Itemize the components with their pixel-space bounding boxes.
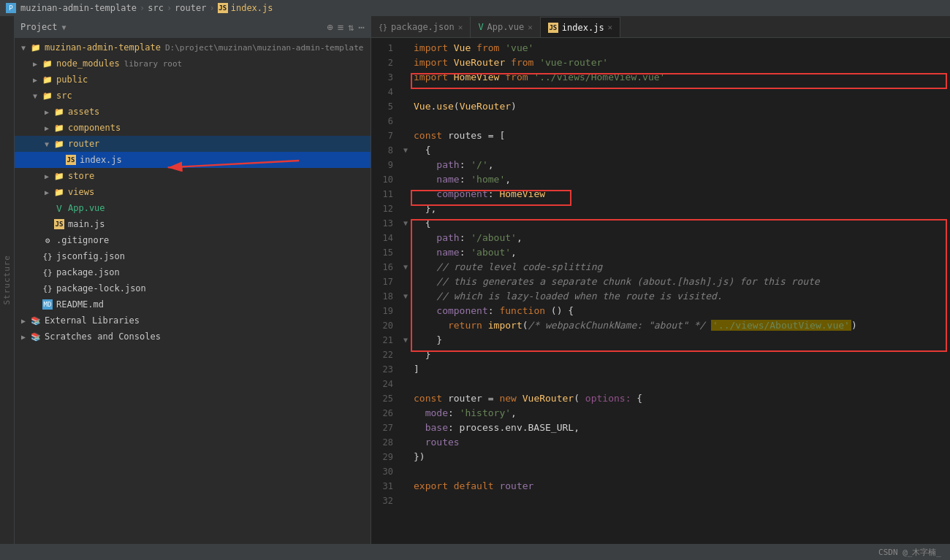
line-number-17: 17: [371, 275, 400, 289]
arrow-components[interactable]: ▶: [41, 124, 53, 132]
line-number-25: 25: [371, 391, 400, 406]
code-text-10: name: 'home',: [411, 172, 950, 187]
code-line-14: 14 path: '/about',: [371, 231, 950, 245]
code-line-22: 22 }: [371, 348, 950, 362]
tree-item-assets[interactable]: ▶📁assets: [15, 104, 370, 120]
arrow-router[interactable]: ▼: [41, 140, 53, 148]
tree-item-package_json[interactable]: {}package.json: [15, 264, 370, 280]
line-number-14: 14: [371, 231, 400, 245]
code-text-19: component: function () {: [411, 304, 950, 318]
tree-item-node_modules[interactable]: ▶📁node_moduleslibrary root: [15, 55, 370, 72]
line-number-11: 11: [371, 187, 400, 202]
code-text-9: path: '/',: [411, 158, 950, 172]
tree-label-router: router: [68, 139, 99, 149]
json-icon-package_lock: {}: [41, 282, 54, 295]
arrow-views[interactable]: ▶: [41, 188, 53, 196]
folder-icon-root: 📁: [29, 41, 42, 54]
code-text-29: }): [411, 450, 950, 464]
code-line-20: 20 return import(/* webpackChunkName: "a…: [371, 318, 950, 333]
line-number-3: 3: [371, 70, 400, 85]
code-text-5: Vue.use(VueRouter): [411, 99, 950, 114]
editor-content[interactable]: 1import Vue from 'vue'2import VueRouter …: [371, 38, 950, 544]
tree-label-main_js: main.js: [68, 219, 105, 229]
tree-item-jsconfig[interactable]: {}jsconfig.json: [15, 248, 370, 264]
tree-label-readme: README.md: [56, 299, 104, 310]
tree-item-public[interactable]: ▶📁public: [15, 72, 370, 88]
code-line-16: 16▼ // route level code-splitting: [371, 260, 950, 275]
sort-icon[interactable]: ⇅: [348, 21, 354, 33]
project-dropdown-arrow[interactable]: ▼: [62, 23, 66, 31]
arrow-scratches[interactable]: ▶: [18, 333, 29, 341]
code-text-8: {: [411, 143, 950, 158]
tree-item-store[interactable]: ▶📁store: [15, 168, 370, 184]
json-icon-package_json: {}: [41, 266, 54, 279]
fold-icon-8[interactable]: ▼: [400, 143, 411, 158]
tree-item-views[interactable]: ▶📁views: [15, 184, 370, 200]
fold-icon-18[interactable]: ▼: [400, 289, 411, 304]
tree-item-package_lock[interactable]: {}package-lock.json: [15, 280, 370, 296]
tree-item-components[interactable]: ▶📁components: [15, 120, 370, 136]
arrow-ext_libs[interactable]: ▶: [18, 317, 29, 325]
fold-icon-13[interactable]: ▼: [400, 216, 411, 231]
tree-label-src: src: [56, 91, 72, 101]
arrow-assets[interactable]: ▶: [41, 108, 53, 116]
sidebar-header-icons: ⊕ ≡ ⇅ ⋯: [327, 21, 365, 33]
line-number-19: 19: [371, 304, 400, 318]
code-text-1: import Vue from 'vue': [411, 41, 950, 55]
breadcrumb-router: router: [175, 3, 206, 13]
tree-item-router[interactable]: ▼📁router: [15, 136, 370, 152]
tree-item-readme[interactable]: MDREADME.md: [15, 296, 370, 312]
arrow-public[interactable]: ▶: [29, 76, 41, 84]
folder-icon-src: 📁: [41, 89, 54, 102]
tree-label-app_vue: App.vue: [68, 203, 105, 213]
line-number-27: 27: [371, 421, 400, 435]
tab-close-app_vue[interactable]: ✕: [528, 23, 533, 32]
code-line-27: 27 base: process.env.BASE_URL,: [371, 421, 950, 435]
arrow-src[interactable]: ▼: [29, 92, 41, 100]
tree-item-root[interactable]: ▼📁muzinan-admin-templateD:\project\muzin…: [15, 39, 370, 55]
tree-secondary-node_modules: library root: [124, 59, 182, 69]
sidebar: Project ▼ ⊕ ≡ ⇅ ⋯ ▼📁muzinan-admin-templa…: [15, 16, 371, 544]
line-number-30: 30: [371, 464, 400, 479]
breadcrumb-file: index.js: [231, 3, 273, 13]
tab-close-index_js[interactable]: ✕: [608, 23, 613, 32]
tab-index_js[interactable]: JSindex.js✕: [541, 17, 620, 37]
code-line-8: 8▼ {: [371, 143, 950, 158]
tab-label-app_vue: App.vue: [487, 22, 525, 32]
tab-app_vue[interactable]: VApp.vue✕: [471, 17, 540, 37]
md-icon-readme: MD: [41, 298, 54, 311]
tree-item-ext_libs: ▶📚External Libraries: [15, 312, 370, 329]
line-number-12: 12: [371, 202, 400, 216]
tree-item-main_js[interactable]: JSmain.js: [15, 216, 370, 232]
tab-close-package_json[interactable]: ✕: [458, 23, 463, 32]
arrow-store[interactable]: ▶: [41, 172, 53, 180]
line-number-9: 9: [371, 158, 400, 172]
tree-item-scratches: ▶📚Scratches and Consoles: [15, 329, 370, 345]
code-text-20: return import(/* webpackChunkName: "abou…: [411, 318, 950, 333]
line-number-6: 6: [371, 114, 400, 129]
tab-package_json[interactable]: {}package.json✕: [371, 17, 471, 37]
add-icon[interactable]: ⊕: [327, 21, 332, 33]
code-line-32: 32: [371, 494, 950, 508]
layout-icon[interactable]: ≡: [338, 21, 343, 33]
arrow-root[interactable]: ▼: [18, 44, 29, 52]
code-line-31: 31export default router: [371, 479, 950, 494]
folder-icon-public: 📁: [41, 73, 54, 86]
fold-icon-16[interactable]: ▼: [400, 260, 411, 275]
tree-item-app_vue[interactable]: VApp.vue: [15, 200, 370, 216]
tree-label-package_lock: package-lock.json: [56, 283, 146, 294]
more-icon[interactable]: ⋯: [359, 21, 365, 33]
folder-icon-store: 📁: [53, 169, 66, 183]
tree-secondary-root: D:\project\muzinan\muzinan-admin-templat…: [165, 43, 364, 53]
tree-item-index_js[interactable]: JSindex.js: [15, 152, 370, 168]
tree-item-gitignore[interactable]: ⚙.gitignore: [15, 232, 370, 248]
tree-item-src[interactable]: ▼📁src: [15, 88, 370, 104]
line-number-13: 13: [371, 216, 400, 231]
code-line-29: 29}): [371, 450, 950, 464]
tab-icon-package_json: {}: [379, 23, 387, 31]
structure-panel: Structure: [0, 16, 15, 544]
arrow-node_modules[interactable]: ▶: [29, 60, 41, 68]
tree-label-node_modules: node_modules: [56, 58, 120, 69]
code-line-9: 9 path: '/',: [371, 158, 950, 172]
fold-icon-21[interactable]: ▼: [400, 333, 411, 348]
